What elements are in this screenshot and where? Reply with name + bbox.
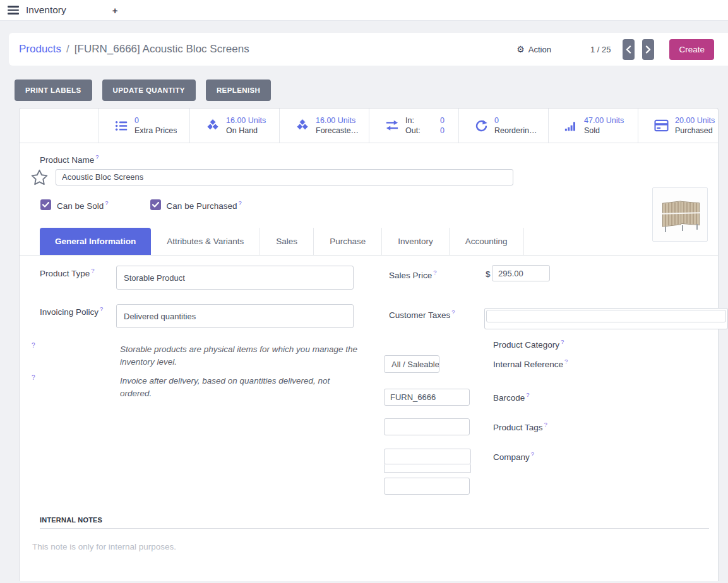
app-menu-title[interactable]: Inventory	[26, 4, 66, 16]
stat-in-out[interactable]: In:0 Out:0	[369, 109, 459, 143]
tab-inventory[interactable]: Inventory	[382, 228, 450, 255]
help-mark: ?	[105, 199, 108, 206]
in-value: 0	[440, 115, 445, 126]
help-mark: ?	[32, 342, 35, 349]
breadcrumb: Products / [FURN_6666] Acoustic Bloc Scr…	[19, 43, 249, 56]
stat-value: 16.00 Units	[316, 115, 359, 126]
top-navbar: Inventory +	[0, 0, 728, 21]
refresh-icon	[475, 119, 488, 132]
product-name-input[interactable]	[56, 169, 513, 186]
breadcrumb-products-link[interactable]: Products	[19, 43, 61, 56]
update-quantity-button[interactable]: UPDATE QUANTITY	[102, 80, 196, 101]
check-icon	[152, 202, 159, 208]
credit-card-icon	[654, 119, 669, 132]
help-mark: ?	[531, 450, 534, 457]
help-mark: ?	[32, 374, 35, 381]
help-mark: ?	[433, 269, 436, 276]
print-labels-button[interactable]: PRINT LABELS	[15, 80, 92, 101]
barcode-label: Barcode?	[493, 391, 530, 403]
pager-previous-button[interactable]	[623, 39, 635, 60]
in-label: In:	[405, 115, 414, 126]
favorite-star-icon[interactable]	[31, 169, 48, 186]
help-mark: ?	[526, 391, 529, 398]
chevron-right-icon	[645, 45, 651, 54]
notebook-tabs: General Information Attributes & Variant…	[20, 228, 718, 256]
tab-purchase[interactable]: Purchase	[314, 228, 382, 255]
stat-forecasted[interactable]: 16.00 UnitsForecaste…	[280, 109, 369, 143]
gear-icon: ⚙	[516, 45, 525, 54]
customer-taxes-label: Customer Taxes?	[389, 309, 455, 320]
help-mark: ?	[451, 309, 455, 315]
help-mark: ?	[561, 338, 564, 345]
stat-reordering[interactable]: 0Reorderin…	[459, 109, 549, 143]
cubes-icon	[295, 119, 309, 132]
replenish-button[interactable]: REPLENISH	[206, 80, 271, 101]
invoicing-policy-select[interactable]: Delivered quantities	[116, 304, 354, 328]
product-type-label: Product Type?	[40, 267, 95, 278]
breadcrumb-separator: /	[66, 43, 69, 56]
product-name-label: Product Name?	[40, 153, 718, 165]
product-image[interactable]	[652, 187, 708, 242]
stat-label: Extra Prices	[134, 126, 177, 136]
product-category-select[interactable]: All / Saleable	[384, 355, 439, 373]
barcode-input[interactable]	[384, 418, 470, 435]
stat-value: 20.00 Units	[675, 115, 715, 126]
help-mark: ?	[544, 421, 547, 428]
toolbar: PRINT LABELS UPDATE QUANTITY REPLENISH	[15, 80, 728, 101]
sales-price-label: Sales Price?	[389, 269, 437, 280]
product-header: Product Name? Can be Sold? Can be Purcha…	[20, 143, 718, 210]
control-panel: Products / [FURN_6666] Acoustic Bloc Scr…	[9, 33, 728, 66]
acoustic-screens-graphic	[661, 202, 700, 231]
can-be-sold-label: Can be Sold?	[57, 199, 109, 211]
invoicing-help-text: Invoice after delivery, based on quantit…	[120, 375, 361, 399]
product-category-label: Product Category?	[493, 338, 564, 350]
help-mark: ?	[564, 358, 568, 365]
breadcrumb-current: [FURN_6666] Acoustic Bloc Screens	[75, 43, 249, 56]
can-be-sold-checkbox[interactable]	[40, 199, 51, 210]
customer-taxes-input[interactable]	[484, 308, 728, 329]
stat-purchased[interactable]: 20.00 UnitsPurchased	[638, 109, 718, 143]
stat-on-hand[interactable]: 16.00 UnitsOn Hand	[190, 109, 280, 143]
stat-value: 47.00 Units	[584, 115, 624, 126]
check-icon	[42, 202, 49, 208]
tab-accounting[interactable]: Accounting	[450, 228, 524, 255]
internal-notes-textarea[interactable]: This note is only for internal purposes.	[32, 542, 718, 551]
stat-value: 0	[494, 115, 537, 126]
stat-label: Reorderin…	[494, 126, 537, 136]
product-tags-input[interactable]	[384, 449, 471, 473]
product-tags-label: Product Tags?	[493, 421, 547, 432]
tab-sales[interactable]: Sales	[260, 228, 314, 255]
can-be-purchased-label: Can be Purchased?	[167, 199, 242, 211]
product-type-select[interactable]: Storable Product	[116, 266, 354, 290]
section-divider	[40, 528, 709, 529]
tab-general-information[interactable]: General Information	[40, 228, 151, 255]
action-menu-button[interactable]: ⚙ Action	[516, 45, 551, 54]
sales-price-input[interactable]	[492, 265, 550, 281]
stat-extra-prices[interactable]: 0Extra Prices	[99, 109, 190, 143]
stat-label: Sold	[584, 126, 624, 136]
help-mark: ?	[91, 267, 94, 274]
internal-reference-input[interactable]	[384, 389, 470, 406]
company-input[interactable]	[384, 478, 470, 495]
bar-chart-icon	[564, 119, 578, 132]
pager-next-button[interactable]	[642, 39, 654, 60]
form-sheet: 0Extra Prices 16.00 UnitsOn Hand 16.00 U…	[19, 108, 719, 581]
stat-label: Purchased	[675, 126, 715, 136]
general-information-panel: Product Type? Storable Product Invoicing…	[20, 262, 718, 504]
out-label: Out:	[405, 126, 421, 136]
stat-label: On Hand	[226, 126, 266, 136]
internal-reference-label: Internal Reference?	[493, 358, 568, 369]
help-mark: ?	[238, 199, 241, 206]
can-be-purchased-checkbox[interactable]	[150, 199, 161, 210]
stat-sold[interactable]: 47.00 UnitsSold	[549, 109, 638, 143]
out-value: 0	[440, 126, 445, 136]
create-button[interactable]: Create	[669, 39, 714, 60]
currency-symbol: $	[486, 269, 491, 279]
invoicing-policy-label: Invoicing Policy?	[40, 305, 103, 317]
tab-attributes-variants[interactable]: Attributes & Variants	[151, 228, 260, 255]
help-mark: ?	[95, 153, 98, 160]
menu-icon[interactable]	[8, 6, 19, 15]
stat-value: 16.00 Units	[226, 115, 266, 126]
internal-notes-section: INTERNAL NOTES This note is only for int…	[20, 516, 718, 551]
plus-icon[interactable]: +	[112, 5, 118, 16]
